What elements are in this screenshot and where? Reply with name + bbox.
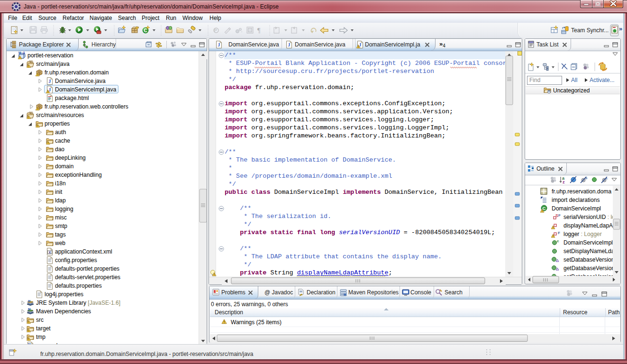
- svg-text:»: »: [619, 25, 622, 32]
- svg-text:M: M: [344, 293, 346, 296]
- svg-text:P: P: [214, 28, 217, 33]
- svg-text:Team Synchr...: Team Synchr...: [571, 27, 609, 34]
- svg-text:¶: ¶: [257, 27, 261, 34]
- svg-text:z: z: [563, 180, 565, 184]
- svg-text:C: C: [144, 28, 147, 33]
